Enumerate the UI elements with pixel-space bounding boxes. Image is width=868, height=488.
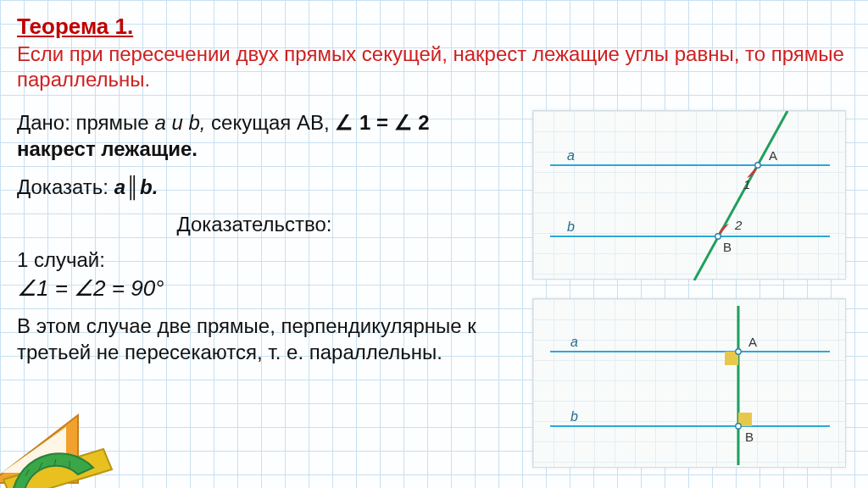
svg-point-3 xyxy=(755,163,760,168)
prove-statement: a║b. xyxy=(114,175,159,198)
given-block: Дано: прямые a и b, секущая AB, ∠ 1 = ∠ … xyxy=(17,109,492,162)
fig1-point-A: A xyxy=(769,148,777,163)
fig2-label-b: b xyxy=(570,409,578,424)
prove-block: Доказать: a║b. xyxy=(17,175,492,199)
given-prefix: Дано: прямые xyxy=(17,111,154,134)
figure-2-svg: a b A B xyxy=(533,299,847,469)
fig1-angle-1: 1 xyxy=(743,177,750,191)
case1-text: В этом случае две прямые, перпендикулярн… xyxy=(17,313,492,365)
fig1-angle-2: 2 xyxy=(734,218,743,232)
figure-1-svg: a b A B 1 2 xyxy=(533,111,847,280)
fig2-label-a: a xyxy=(570,335,578,349)
svg-point-10 xyxy=(736,349,741,354)
theorem-title: Теорема 1. xyxy=(17,14,851,40)
proof-body: Дано: прямые a и b, секущая AB, ∠ 1 = ∠ … xyxy=(17,109,492,366)
fig2-point-A: A xyxy=(748,335,757,349)
case1-equation: ∠1 = ∠2 = 90° xyxy=(17,275,492,302)
case1-label: 1 случай: xyxy=(17,248,492,272)
fig1-point-B: B xyxy=(723,240,732,254)
svg-point-4 xyxy=(715,234,721,239)
theorem-statement: Если при пересечении двух прямых секущей… xyxy=(17,42,848,92)
prove-label: Доказать: xyxy=(17,175,114,198)
geometry-tools-icon xyxy=(0,385,131,488)
svg-point-11 xyxy=(736,424,741,429)
given-lines-ab: a и b, xyxy=(154,111,205,134)
figure-1: a b A B 1 2 xyxy=(532,110,846,280)
fig1-label-a: a xyxy=(567,148,575,163)
given-secant: секущая AB, xyxy=(205,111,329,134)
figure-2: a b A B xyxy=(532,298,846,468)
fig2-point-B: B xyxy=(745,430,754,444)
svg-line-2 xyxy=(694,111,787,280)
proof-heading: Доказательство: xyxy=(17,213,492,236)
fig1-label-b: b xyxy=(567,219,575,234)
